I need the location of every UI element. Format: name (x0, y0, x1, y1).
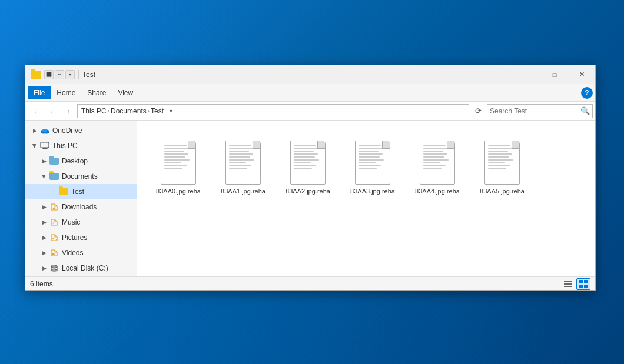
file-icon-file2 (287, 135, 328, 185)
onedrive-icon (39, 125, 50, 136)
file-item-file2[interactable]: 83AA2.jpg.reha (278, 132, 337, 198)
path-documents-label: Documents (111, 107, 147, 115)
path-thispc-label: This PC (81, 107, 107, 115)
path-documents[interactable]: Documents (111, 107, 147, 115)
sidebar-item-test[interactable]: ▶ Test (25, 184, 137, 199)
test-icon (58, 186, 69, 197)
path-chevron-1: › (108, 108, 109, 114)
status-bar: 6 items (25, 276, 595, 290)
svg-rect-15 (564, 286, 572, 287)
expand-arrow-thispc: ▶ (30, 141, 39, 151)
expand-arrow-downloads: ▶ (39, 202, 49, 212)
svg-point-12 (55, 269, 57, 270)
search-input[interactable] (490, 107, 580, 115)
file-icon-file5 (482, 135, 523, 185)
file-label-file3: 83AA3.jpg.reha (350, 187, 395, 195)
explorer-window: ⬛ ↩ ▾ Test ─ □ ✕ File Home Share View ? … (25, 65, 596, 291)
localdisk-icon (49, 263, 59, 273)
svg-rect-19 (584, 285, 588, 288)
svg-marker-8 (52, 253, 55, 255)
quick-btn-new-folder[interactable]: ↩ (55, 70, 64, 79)
title-bar: ⬛ ↩ ▾ Test ─ □ ✕ (25, 65, 595, 84)
sidebar-item-videos[interactable]: ▶ Videos (25, 245, 137, 261)
expand-arrow-documents: ▶ (39, 172, 49, 181)
path-chevron-2: › (148, 108, 150, 114)
maximize-button[interactable]: □ (541, 65, 568, 84)
sidebar-label-test: Test (71, 188, 84, 196)
view-list-button[interactable] (561, 278, 575, 290)
sidebar-item-documents[interactable]: ▶ Documents (25, 169, 137, 184)
expand-arrow-videos: ▶ (39, 248, 49, 258)
files-grid: 83AA0.jpg.reha 83AA1.jpg.reha (143, 126, 589, 203)
file-item-file0[interactable]: 83AA0.jpg.reha (149, 132, 208, 198)
svg-rect-17 (584, 280, 588, 283)
path-thispc[interactable]: This PC (81, 107, 107, 115)
sidebar-label-pictures: Pictures (62, 233, 87, 242)
file-icon-file1 (223, 135, 264, 185)
file-label-file0: 83AA0.jpg.reha (156, 187, 201, 195)
sidebar-item-localdisk[interactable]: ▶ Local Disk (C:) (25, 261, 137, 276)
expand-arrow-localdisk: ▶ (39, 263, 49, 273)
sidebar-label-desktop: Desktop (62, 157, 88, 165)
music-icon: ♪ (49, 217, 59, 228)
sidebar-item-pictures[interactable]: ▶ Pictures (25, 230, 137, 245)
sidebar-label-downloads: Downloads (62, 203, 97, 211)
menu-bar: File Home Share View ? (25, 84, 595, 102)
refresh-button[interactable]: ⟳ (470, 103, 486, 119)
expand-arrow-onedrive: ▶ (30, 126, 39, 135)
file-item-file5[interactable]: 83AA5.jpg.reha (473, 132, 532, 198)
svg-rect-14 (564, 283, 572, 285)
minimize-button[interactable]: ─ (514, 65, 541, 84)
sidebar-item-thispc[interactable]: ▶ This PC (25, 138, 137, 153)
svg-point-2 (42, 129, 47, 132)
address-path[interactable]: This PC › Documents › Test ▾ (77, 104, 469, 118)
sidebar-label-videos: Videos (62, 249, 83, 257)
close-button[interactable]: ✕ (568, 65, 595, 84)
downloads-icon (49, 202, 59, 212)
path-test-label: Test (151, 107, 164, 115)
path-test[interactable]: Test (151, 107, 164, 115)
sidebar-label-music: Music (62, 218, 80, 226)
help-button[interactable]: ? (581, 87, 593, 99)
file-icon-file4 (417, 135, 458, 185)
file-label-file1: 83AA1.jpg.reha (221, 187, 265, 195)
menu-home[interactable]: Home (51, 86, 81, 99)
file-icon-file3 (352, 135, 393, 185)
menu-share[interactable]: Share (81, 86, 112, 99)
svg-rect-18 (579, 285, 583, 288)
quick-btn-properties[interactable]: ⬛ (44, 70, 54, 79)
item-count: 6 items (30, 280, 561, 288)
pictures-icon (49, 232, 59, 243)
path-dropdown-btn[interactable]: ▾ (165, 105, 177, 118)
search-box[interactable]: 🔍 (487, 104, 593, 118)
title-divider (78, 70, 79, 79)
quick-btn-dropdown[interactable]: ▾ (65, 70, 75, 79)
window-controls: ─ □ ✕ (514, 65, 595, 84)
expand-arrow-pictures: ▶ (39, 233, 49, 242)
file-item-file1[interactable]: 83AA1.jpg.reha (214, 132, 273, 198)
sidebar-item-onedrive[interactable]: ▶ OneDrive (25, 123, 137, 138)
file-label-file4: 83AA4.jpg.reha (415, 187, 460, 195)
back-button[interactable]: ‹ (28, 103, 43, 119)
svg-rect-16 (579, 280, 583, 283)
file-item-file4[interactable]: 83AA4.jpg.reha (408, 132, 467, 198)
up-button[interactable]: ↑ (61, 103, 76, 119)
menu-view[interactable]: View (112, 86, 139, 99)
view-grid-button[interactable] (576, 278, 590, 290)
menu-file[interactable]: File (28, 86, 51, 99)
sidebar-label-localdisk: Local Disk (C:) (62, 264, 108, 272)
sidebar-label-thispc: This PC (52, 142, 78, 150)
sidebar: ▶ OneDrive ▶ (25, 121, 137, 276)
sidebar-item-desktop[interactable]: ▶ Desktop (25, 153, 137, 169)
file-area: 83AA0.jpg.reha 83AA1.jpg.reha (137, 121, 595, 276)
svg-rect-13 (564, 281, 572, 282)
address-bar: ‹ › ↑ This PC › Documents › Test ▾ ⟳ 🔍 (25, 102, 595, 121)
thispc-icon (39, 141, 50, 151)
sidebar-item-music[interactable]: ▶ ♪ Music (25, 215, 137, 230)
search-icon[interactable]: 🔍 (580, 106, 590, 115)
file-item-file3[interactable]: 83AA3.jpg.reha (343, 132, 402, 198)
sidebar-item-downloads[interactable]: ▶ Downloads (25, 199, 137, 215)
sidebar-label-documents: Documents (62, 172, 98, 181)
sidebar-label-onedrive: OneDrive (52, 126, 82, 135)
forward-button[interactable]: › (44, 103, 59, 119)
